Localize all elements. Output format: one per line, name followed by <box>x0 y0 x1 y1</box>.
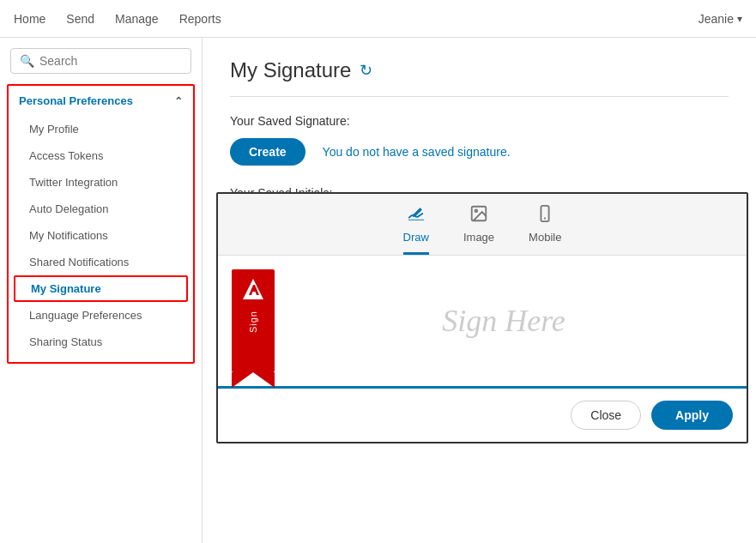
sidebar-item-access-tokens[interactable]: Access Tokens <box>9 142 193 169</box>
sidebar-item-my-signature[interactable]: My Signature <box>14 275 188 302</box>
sidebar-item-my-profile[interactable]: My Profile <box>9 116 193 142</box>
chevron-up-icon: ⌃ <box>174 95 183 107</box>
signature-draw-area[interactable]: Sign Sign Here <box>218 256 747 389</box>
main-layout: 🔍 Personal Preferences ⌃ My Profile Acce… <box>0 38 756 543</box>
saved-signature-label: Your Saved Signature: <box>230 114 729 128</box>
search-box[interactable]: 🔍 <box>10 48 191 74</box>
page-title-container: My Signature ↻ <box>230 58 729 82</box>
nav-reports[interactable]: Reports <box>179 2 221 36</box>
personal-preferences-header[interactable]: Personal Preferences ⌃ <box>9 86 193 116</box>
page-title: My Signature <box>230 58 351 82</box>
sidebar-item-auto-delegation[interactable]: Auto Delegation <box>9 196 193 222</box>
sign-here-placeholder: Sign Here <box>275 303 733 339</box>
nav-send[interactable]: Send <box>66 2 94 36</box>
signature-panel: Draw Image <box>216 192 748 443</box>
adobe-sign-text: Sign <box>248 311 258 333</box>
saved-signature-row: Create You do not have a saved signature… <box>230 138 729 166</box>
nav-manage[interactable]: Manage <box>115 2 159 36</box>
close-button[interactable]: Close <box>571 401 641 430</box>
personal-preferences-label: Personal Preferences <box>19 94 133 107</box>
personal-preferences-section: Personal Preferences ⌃ My Profile Access… <box>7 84 195 364</box>
tab-mobile[interactable]: Mobile <box>529 204 561 255</box>
signature-footer: Close Apply <box>218 389 747 442</box>
svg-point-2 <box>475 209 477 212</box>
top-nav: Home Send Manage Reports Jeanie <box>0 0 756 38</box>
tab-image[interactable]: Image <box>463 204 494 255</box>
user-menu[interactable]: Jeanie <box>699 12 742 26</box>
nav-home[interactable]: Home <box>14 2 45 36</box>
search-icon: 🔍 <box>20 54 34 68</box>
adobe-logo-icon <box>240 276 266 305</box>
tab-image-label: Image <box>463 231 494 244</box>
adobe-sign-badge: Sign <box>232 269 275 372</box>
title-divider <box>230 96 729 97</box>
draw-icon <box>407 204 426 227</box>
sidebar: 🔍 Personal Preferences ⌃ My Profile Acce… <box>0 38 203 543</box>
mobile-icon <box>535 204 554 227</box>
tab-draw[interactable]: Draw <box>403 204 429 255</box>
refresh-icon[interactable]: ↻ <box>360 61 372 80</box>
sidebar-item-language-preferences[interactable]: Language Preferences <box>9 302 193 329</box>
sidebar-items-list: My Profile Access Tokens Twitter Integra… <box>9 116 193 362</box>
sidebar-item-my-notifications[interactable]: My Notifications <box>9 222 193 249</box>
search-input[interactable] <box>39 54 182 68</box>
main-content: My Signature ↻ Your Saved Signature: Cre… <box>203 38 756 543</box>
sidebar-item-sharing-status[interactable]: Sharing Status <box>9 329 193 355</box>
image-icon <box>469 204 488 227</box>
sidebar-item-shared-notifications[interactable]: Shared Notifications <box>9 249 193 275</box>
tab-mobile-label: Mobile <box>529 231 561 244</box>
create-signature-button[interactable]: Create <box>230 138 305 166</box>
tab-draw-label: Draw <box>403 231 429 244</box>
signature-tabs: Draw Image <box>218 194 747 256</box>
no-signature-text: You do not have a saved signature. <box>323 145 511 159</box>
sidebar-item-twitter-integration[interactable]: Twitter Integration <box>9 169 193 196</box>
apply-button[interactable]: Apply <box>651 401 733 430</box>
